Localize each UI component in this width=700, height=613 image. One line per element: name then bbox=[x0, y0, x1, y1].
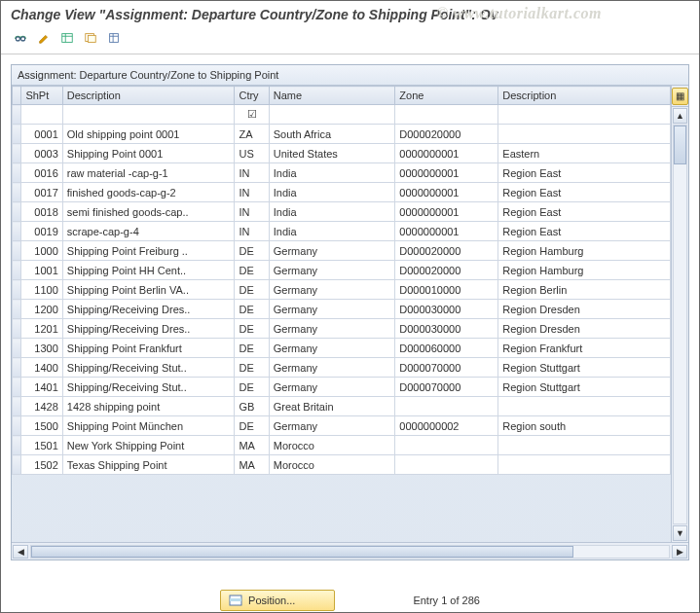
cell-shpt[interactable]: 0003 bbox=[21, 144, 62, 163]
cell-zone[interactable]: D000020000 bbox=[395, 125, 498, 144]
cell-desc1[interactable]: Shipping Point Berlin VA.. bbox=[62, 280, 235, 300]
cell-ctry[interactable]: IN bbox=[235, 183, 269, 202]
cell-shpt[interactable]: 0018 bbox=[21, 202, 62, 222]
vscroll-track[interactable] bbox=[673, 125, 687, 524]
cell-desc1[interactable]: Shipping Point Freiburg .. bbox=[62, 241, 235, 261]
col-ctry-header[interactable]: Ctry bbox=[235, 87, 269, 105]
cell-zone[interactable]: D000060000 bbox=[395, 339, 498, 358]
cell-shpt[interactable]: 0016 bbox=[21, 163, 62, 183]
scroll-down-button[interactable]: ▼ bbox=[673, 525, 687, 541]
cell-ctry[interactable]: ZA bbox=[235, 125, 269, 144]
cell-name[interactable]: United States bbox=[269, 144, 395, 163]
table-row[interactable]: 1300Shipping Point FrankfurtDEGermanyD00… bbox=[13, 339, 671, 358]
row-selector[interactable] bbox=[13, 300, 21, 319]
table-row[interactable]: 1001Shipping Point HH Cent..DEGermanyD00… bbox=[13, 261, 671, 280]
row-selector-header[interactable] bbox=[13, 87, 21, 105]
cell-ctry[interactable]: MA bbox=[235, 436, 269, 455]
delete-button[interactable] bbox=[104, 28, 124, 48]
table-row[interactable]: 0001Old shipping point 0001ZASouth Afric… bbox=[13, 125, 671, 144]
cell-desc1[interactable]: Shipping/Receiving Stut.. bbox=[62, 358, 235, 378]
toggle-mode-button[interactable] bbox=[11, 28, 30, 48]
cell-desc1[interactable]: finished goods-cap-g-2 bbox=[62, 183, 235, 202]
cell-name[interactable]: Germany bbox=[269, 378, 395, 397]
cell-desc2[interactable]: Region Stuttgart bbox=[498, 378, 671, 397]
cell-name[interactable]: India bbox=[269, 163, 395, 183]
cell-zone[interactable]: 0000000001 bbox=[395, 144, 498, 163]
cell-name[interactable]: Germany bbox=[269, 300, 395, 319]
cell-shpt[interactable]: 0001 bbox=[21, 125, 62, 144]
cell-zone[interactable]: D000020000 bbox=[395, 261, 498, 280]
cell-ctry[interactable]: IN bbox=[235, 222, 269, 241]
filter-name[interactable] bbox=[269, 105, 395, 125]
cell-desc2[interactable]: Region East bbox=[498, 202, 671, 222]
cell-desc1[interactable]: Shipping/Receiving Stut.. bbox=[62, 378, 235, 397]
cell-desc2[interactable]: Eastern bbox=[498, 144, 671, 163]
cell-ctry[interactable]: MA bbox=[235, 455, 269, 475]
cell-ctry[interactable]: DE bbox=[235, 416, 269, 436]
cell-name[interactable]: Germany bbox=[269, 241, 395, 261]
cell-desc2[interactable]: Region Berlin bbox=[498, 280, 671, 300]
filter-shpt[interactable] bbox=[21, 105, 62, 125]
cell-name[interactable]: Great Britain bbox=[269, 397, 395, 416]
cell-zone[interactable] bbox=[395, 455, 498, 475]
table-row[interactable]: 0016raw material -cap-g-1INIndia00000000… bbox=[13, 163, 671, 183]
cell-ctry[interactable]: GB bbox=[235, 397, 269, 416]
table-row[interactable]: 0018semi finished goods-cap..INIndia0000… bbox=[13, 202, 671, 222]
row-selector[interactable] bbox=[13, 358, 21, 378]
row-selector[interactable] bbox=[13, 397, 21, 416]
cell-zone[interactable]: D000020000 bbox=[395, 241, 498, 261]
cell-ctry[interactable]: IN bbox=[235, 163, 269, 183]
cell-zone[interactable]: D000010000 bbox=[395, 280, 498, 300]
cell-zone[interactable]: D000030000 bbox=[395, 319, 498, 339]
vscroll-thumb[interactable] bbox=[674, 126, 686, 164]
scroll-up-button[interactable]: ▲ bbox=[673, 108, 687, 124]
cell-desc2[interactable] bbox=[498, 125, 671, 144]
cell-zone[interactable] bbox=[395, 397, 498, 416]
row-selector[interactable] bbox=[13, 183, 21, 202]
cell-desc2[interactable]: Region East bbox=[498, 163, 671, 183]
cell-ctry[interactable]: US bbox=[235, 144, 269, 163]
cell-name[interactable]: Morocco bbox=[269, 455, 395, 475]
filter-row[interactable]: ☑ bbox=[13, 105, 671, 125]
cell-shpt[interactable]: 1401 bbox=[21, 378, 62, 397]
cell-ctry[interactable]: DE bbox=[235, 300, 269, 319]
hscroll-thumb[interactable] bbox=[31, 546, 573, 558]
row-selector[interactable] bbox=[13, 416, 21, 436]
table-row[interactable]: 1100Shipping Point Berlin VA..DEGermanyD… bbox=[13, 280, 671, 300]
cell-name[interactable]: India bbox=[269, 202, 395, 222]
edit-button[interactable] bbox=[34, 28, 54, 48]
cell-desc1[interactable]: New York Shipping Point bbox=[62, 436, 235, 455]
hscroll-track[interactable] bbox=[30, 545, 670, 559]
cell-shpt[interactable]: 1400 bbox=[21, 358, 62, 378]
cell-name[interactable]: Germany bbox=[269, 358, 395, 378]
cell-zone[interactable] bbox=[395, 436, 498, 455]
cell-shpt[interactable]: 1501 bbox=[21, 436, 62, 455]
row-selector[interactable] bbox=[13, 202, 21, 222]
row-selector[interactable] bbox=[13, 105, 21, 125]
cell-desc1[interactable]: Shipping Point Frankfurt bbox=[62, 339, 235, 358]
cell-zone[interactable]: D000070000 bbox=[395, 378, 498, 397]
horizontal-scrollbar[interactable]: ◀ ▶ bbox=[12, 542, 688, 559]
cell-shpt[interactable]: 1000 bbox=[21, 241, 62, 261]
cell-name[interactable]: South Africa bbox=[269, 125, 395, 144]
vertical-scrollbar[interactable]: ▦ ▲ ▼ bbox=[671, 86, 688, 542]
filter-desc1[interactable] bbox=[62, 105, 235, 125]
cell-name[interactable]: India bbox=[269, 183, 395, 202]
table-row[interactable]: 1401Shipping/Receiving Stut..DEGermanyD0… bbox=[13, 378, 671, 397]
cell-zone[interactable]: 0000000001 bbox=[395, 222, 498, 241]
cell-ctry[interactable]: DE bbox=[235, 241, 269, 261]
table-settings-button[interactable]: ▦ bbox=[672, 88, 688, 105]
cell-ctry[interactable]: DE bbox=[235, 280, 269, 300]
position-button[interactable]: Position... bbox=[220, 590, 335, 611]
table-row[interactable]: 14281428 shipping pointGBGreat Britain bbox=[13, 397, 671, 416]
row-selector[interactable] bbox=[13, 261, 21, 280]
cell-desc2[interactable] bbox=[498, 436, 671, 455]
cell-desc1[interactable]: raw material -cap-g-1 bbox=[62, 163, 235, 183]
scroll-right-button[interactable]: ▶ bbox=[672, 545, 687, 559]
cell-name[interactable]: Germany bbox=[269, 319, 395, 339]
table-row[interactable]: 1502Texas Shipping PointMAMorocco bbox=[13, 455, 671, 475]
col-shpt-header[interactable]: ShPt bbox=[21, 87, 62, 105]
cell-desc2[interactable]: Region Frankfurt bbox=[498, 339, 671, 358]
cell-ctry[interactable]: DE bbox=[235, 358, 269, 378]
cell-shpt[interactable]: 1300 bbox=[21, 339, 62, 358]
